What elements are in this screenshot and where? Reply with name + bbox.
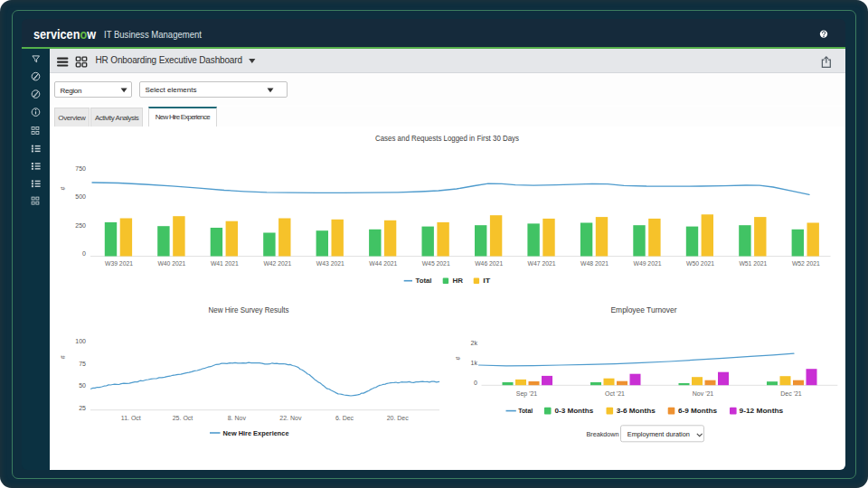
svg-text:#: #: [60, 186, 66, 190]
svg-text:250: 250: [75, 222, 86, 229]
svg-text:Cases and Requests Logged in F: Cases and Requests Logged in First 30 Da…: [375, 134, 519, 143]
svg-text:0: 0: [474, 380, 477, 386]
svg-text:25: 25: [79, 405, 86, 411]
svg-text:2k: 2k: [471, 340, 478, 346]
svg-text:Employee Turnover: Employee Turnover: [611, 305, 677, 314]
svg-text:HR: HR: [453, 277, 464, 285]
svg-text:6-9 Months: 6-9 Months: [678, 407, 717, 415]
svg-text:100: 100: [75, 338, 86, 344]
svg-text:500: 500: [75, 193, 86, 200]
svg-text:11. Oct: 11. Oct: [121, 415, 141, 421]
svg-text:W52 2021: W52 2021: [792, 260, 820, 267]
svg-text:W50 2021: W50 2021: [686, 260, 714, 267]
svg-text:9-12 Months: 9-12 Months: [740, 407, 784, 415]
svg-text:servicenow: servicenow: [33, 27, 96, 42]
svg-text:New Hire Experience: New Hire Experience: [223, 429, 290, 437]
svg-text:20. Dec: 20. Dec: [387, 415, 410, 421]
svg-text:W44 2021: W44 2021: [369, 260, 397, 267]
svg-text:6. Dec: 6. Dec: [335, 415, 354, 421]
svg-text:New Hire Survey Results: New Hire Survey Results: [209, 305, 289, 314]
svg-text:750: 750: [75, 165, 86, 172]
svg-text:3-6 Months: 3-6 Months: [617, 407, 656, 415]
svg-text:IT Business Management: IT Business Management: [104, 29, 202, 40]
svg-text:#: #: [455, 357, 461, 361]
svg-text:IT: IT: [483, 277, 490, 285]
svg-text:W46 2021: W46 2021: [475, 260, 503, 267]
svg-text:W49 2021: W49 2021: [634, 260, 662, 267]
svg-text:W51 2021: W51 2021: [739, 260, 767, 267]
svg-text:W45 2021: W45 2021: [422, 260, 450, 267]
svg-text:8. Nov: 8. Nov: [228, 415, 247, 421]
svg-text:Sep '21: Sep '21: [516, 390, 538, 398]
svg-text:50: 50: [79, 382, 86, 389]
svg-text:W39 2021: W39 2021: [105, 260, 133, 267]
svg-text:W47 2021: W47 2021: [528, 260, 556, 267]
svg-text:Total: Total: [518, 407, 533, 415]
svg-text:22. Nov: 22. Nov: [279, 415, 302, 421]
svg-text:#: #: [60, 355, 66, 359]
svg-text:0-3 Months: 0-3 Months: [555, 407, 594, 415]
svg-text:W48 2021: W48 2021: [580, 260, 609, 267]
svg-text:W42 2021: W42 2021: [263, 260, 291, 267]
svg-text:25. Oct: 25. Oct: [173, 415, 193, 421]
svg-text:Total: Total: [416, 277, 432, 285]
svg-text:Breakdown: Breakdown: [587, 430, 619, 438]
svg-text:0: 0: [82, 250, 86, 257]
svg-text:W40 2021: W40 2021: [157, 260, 185, 267]
svg-text:W41 2021: W41 2021: [211, 260, 239, 267]
svg-text:1k: 1k: [471, 360, 478, 366]
svg-text:75: 75: [79, 361, 86, 367]
svg-text:Employment duration: Employment duration: [627, 430, 690, 438]
svg-text:Oct '21: Oct '21: [605, 390, 625, 397]
svg-text:Dec '21: Dec '21: [780, 390, 802, 397]
svg-text:Nov '21: Nov '21: [693, 390, 714, 397]
svg-text:W43 2021: W43 2021: [316, 260, 344, 267]
